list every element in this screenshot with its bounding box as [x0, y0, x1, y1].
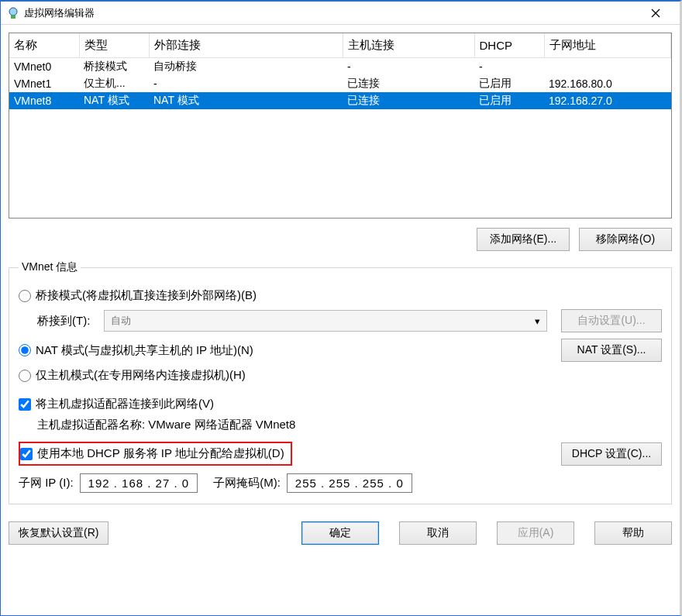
dhcp-settings-button[interactable]: DHCP 设置(C)...	[561, 442, 662, 466]
table-row[interactable]: VMnet1仅主机...-已连接已启用192.168.80.0	[9, 75, 671, 92]
table-row[interactable]: VMnet8NAT 模式NAT 模式已连接已启用192.168.27.0	[9, 92, 671, 109]
auto-settings-button: 自动设置(U)...	[561, 309, 662, 332]
dhcp-highlight: 使用本地 DHCP 服务将 IP 地址分配给虚拟机(D)	[19, 442, 292, 466]
restore-defaults-button[interactable]: 恢复默认设置(R)	[9, 521, 108, 545]
remove-network-button[interactable]: 移除网络(O)	[579, 228, 672, 251]
svg-rect-1	[11, 15, 16, 19]
col-name[interactable]: 名称	[9, 33, 79, 58]
apply-button: 应用(A)	[497, 521, 574, 545]
col-type[interactable]: 类型	[79, 33, 149, 58]
subnet-ip-label: 子网 IP (I):	[19, 476, 74, 490]
connect-host-checkbox[interactable]: 将主机虚拟适配器连接到此网络(V)	[19, 397, 214, 411]
bridge-to-label: 桥接到(T):	[37, 314, 90, 329]
adapter-name-label: 主机虚拟适配器名称: VMware 网络适配器 VMnet8	[37, 418, 662, 432]
table-row[interactable]: VMnet0桥接模式自动桥接--	[9, 58, 671, 76]
vmnet-info-group: VMnet 信息 桥接模式(将虚拟机直接连接到外部网络)(B) 桥接到(T): …	[9, 260, 672, 504]
host-only-radio[interactable]: 仅主机模式(在专用网络内连接虚拟机)(H)	[19, 368, 246, 383]
network-table[interactable]: 名称 类型 外部连接 主机连接 DHCP 子网地址 VMnet0桥接模式自动桥接…	[9, 33, 672, 219]
svg-point-0	[9, 8, 17, 15]
col-ext[interactable]: 外部连接	[149, 33, 343, 58]
bridged-radio[interactable]: 桥接模式(将虚拟机直接连接到外部网络)(B)	[19, 288, 257, 303]
help-button[interactable]: 帮助	[594, 521, 672, 545]
subnet-mask-label: 子网掩码(M):	[213, 476, 281, 490]
vmnet-legend: VMnet 信息	[19, 260, 81, 274]
app-icon	[7, 7, 19, 19]
cancel-button[interactable]: 取消	[399, 521, 477, 545]
col-host[interactable]: 主机连接	[343, 33, 474, 58]
subnet-ip-input[interactable]: 192 . 168 . 27 . 0	[80, 473, 198, 493]
ok-button[interactable]: 确定	[301, 521, 379, 545]
add-network-button[interactable]: 添加网络(E)...	[477, 228, 570, 251]
col-dhcp[interactable]: DHCP	[474, 33, 544, 58]
window-title: 虚拟网络编辑器	[24, 6, 638, 20]
nat-settings-button[interactable]: NAT 设置(S)...	[561, 339, 662, 362]
nat-radio[interactable]: NAT 模式(与虚拟机共享主机的 IP 地址)(N)	[19, 343, 253, 358]
close-icon[interactable]	[638, 2, 673, 25]
subnet-mask-input[interactable]: 255 . 255 . 255 . 0	[287, 473, 412, 493]
bridge-to-select: 自动 ▾	[104, 310, 547, 332]
titlebar: 虚拟网络编辑器	[1, 2, 680, 25]
col-subnet[interactable]: 子网地址	[544, 33, 671, 58]
use-local-dhcp-checkbox[interactable]: 使用本地 DHCP 服务将 IP 地址分配给虚拟机(D)	[20, 446, 284, 461]
chevron-down-icon: ▾	[535, 315, 540, 327]
